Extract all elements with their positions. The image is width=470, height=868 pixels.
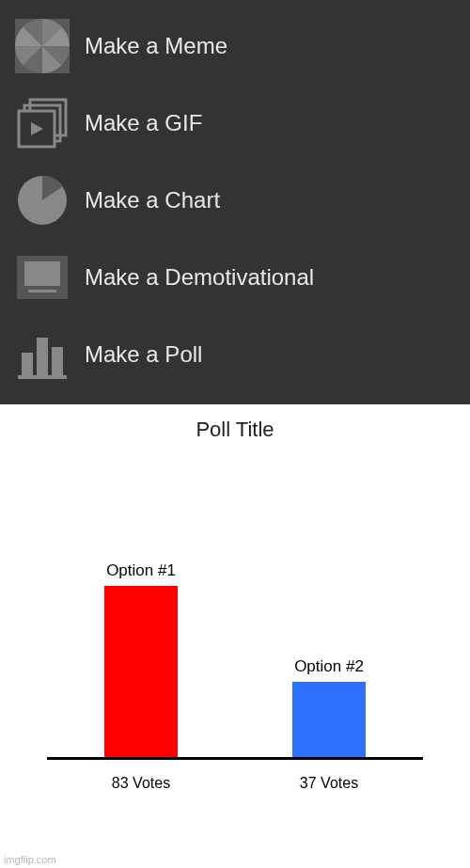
menu-item-poll[interactable]: Make a Poll — [0, 316, 470, 393]
bar-group: Option #1 — [75, 561, 207, 758]
menu-item-label: Make a Demotivational — [85, 264, 314, 291]
demotivational-icon — [13, 248, 71, 307]
svg-rect-10 — [52, 347, 63, 375]
menu-item-label: Make a Chart — [85, 187, 220, 213]
bar-option-label: Option #1 — [106, 561, 176, 580]
menu-item-label: Make a GIF — [85, 110, 202, 136]
menu-item-chart[interactable]: Make a Chart — [0, 162, 470, 239]
poll-icon — [13, 325, 71, 384]
bar-option-label: Option #2 — [294, 657, 364, 676]
menu-item-meme[interactable]: Make a Meme — [0, 8, 470, 85]
svg-rect-7 — [28, 290, 56, 292]
menu-item-demotivational[interactable]: Make a Demotivational — [0, 239, 470, 316]
poll-title: Poll Title — [0, 418, 470, 442]
create-menu: Make a Meme Make a GIF Make a Chart — [0, 0, 470, 404]
chart-icon — [13, 171, 71, 229]
bar-votes-label: 83 Votes — [75, 775, 207, 792]
x-axis — [47, 757, 423, 760]
menu-item-gif[interactable]: Make a GIF — [0, 85, 470, 162]
watermark: imgflip.com — [4, 854, 56, 865]
menu-item-label: Make a Poll — [85, 341, 202, 368]
bar — [292, 682, 366, 758]
poll-preview: Poll Title Option #1Option #2 83 Votes37… — [0, 404, 470, 805]
bar-group: Option #2 — [263, 657, 395, 758]
svg-rect-9 — [37, 338, 48, 375]
meme-icon — [13, 17, 71, 75]
bar — [104, 586, 178, 758]
svg-rect-8 — [22, 353, 33, 375]
poll-chart: Option #1Option #2 83 Votes37 Votes — [0, 495, 470, 805]
menu-item-label: Make a Meme — [85, 33, 227, 59]
gif-icon — [13, 94, 71, 152]
bar-votes-label: 37 Votes — [263, 775, 395, 792]
svg-rect-11 — [18, 375, 67, 379]
svg-rect-6 — [24, 261, 60, 286]
